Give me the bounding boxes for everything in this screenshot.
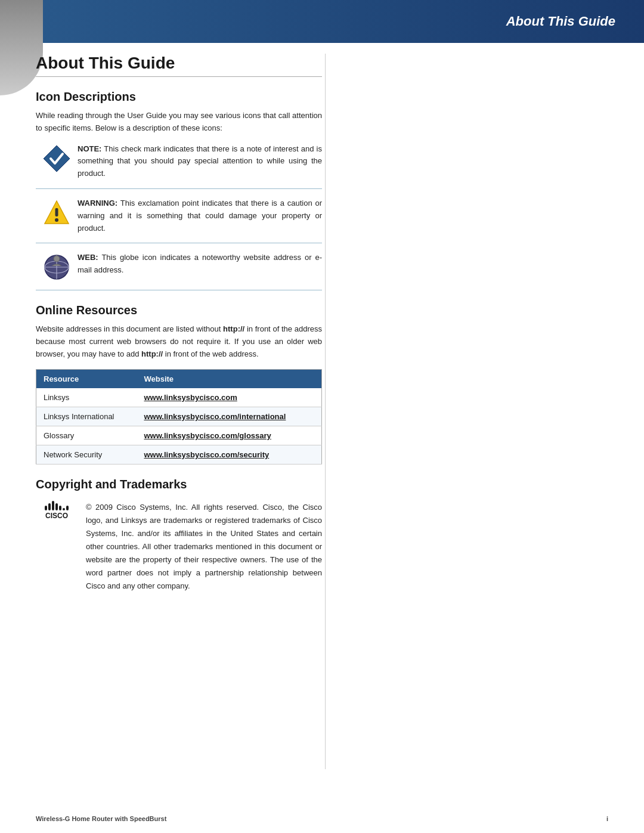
main-content: About This Guide Icon Descriptions While…: [36, 54, 322, 593]
table-row: Network Security www.linksysbycisco.com/…: [36, 445, 322, 464]
table-header-website: Website: [137, 369, 321, 388]
cisco-bar-6: [63, 508, 65, 510]
cisco-bar-2: [48, 503, 51, 510]
note-label: NOTE:: [78, 144, 101, 153]
svg-point-8: [54, 256, 60, 262]
section-heading-icon-descriptions: Icon Descriptions: [36, 90, 322, 104]
web-icon: [42, 253, 71, 281]
cisco-bars: [45, 503, 69, 510]
svg-point-3: [55, 218, 58, 222]
cisco-logo: CISCO: [36, 501, 78, 520]
table-cell-resource: Glossary: [36, 426, 137, 445]
table-cell-resource: Linksys International: [36, 407, 137, 426]
table-cell-website: www.linksysbycisco.com/glossary: [137, 426, 321, 445]
web-icon-cell: [36, 252, 78, 281]
note-text: This check mark indicates that there is …: [78, 144, 322, 178]
icon-row-web: WEB: This globe icon indicates a notewor…: [36, 252, 322, 290]
note-description: NOTE: This check mark indicates that the…: [78, 143, 322, 180]
web-text: This globe icon indicates a noteworthy w…: [78, 253, 322, 274]
table-cell-resource: Linksys: [36, 388, 137, 407]
svg-rect-2: [55, 208, 58, 216]
resource-table: Resource Website Linksys www.linksysbyci…: [36, 369, 322, 465]
table-row: Glossary www.linksysbycisco.com/glossary: [36, 426, 322, 445]
online-resources-intro: Website addresses in this document are l…: [36, 323, 322, 360]
footer-left: Wireless-G Home Router with SpeedBurst: [36, 815, 166, 822]
footer-right: i: [606, 815, 608, 822]
header-bar: About This Guide: [0, 0, 644, 43]
table-cell-resource: Network Security: [36, 445, 137, 464]
warning-label: WARNING:: [78, 199, 117, 208]
http-bold-1: http://: [223, 324, 244, 333]
website-link: www.linksysbycisco.com/international: [144, 412, 286, 421]
note-icon-cell: [36, 143, 78, 173]
table-header-row: Resource Website: [36, 369, 322, 388]
website-link: www.linksysbycisco.com/security: [144, 450, 269, 459]
cisco-bar-3: [52, 501, 54, 510]
table-cell-website: www.linksysbycisco.com/security: [137, 445, 321, 464]
cisco-bar-1: [45, 506, 47, 510]
icon-row-note: NOTE: This check mark indicates that the…: [36, 143, 322, 189]
cisco-bar-5: [59, 506, 61, 510]
section-heading-online-resources: Online Resources: [36, 304, 322, 317]
table-cell-website: www.linksysbycisco.com/international: [137, 407, 321, 426]
table-row: Linksys International www.linksysbycisco…: [36, 407, 322, 426]
note-icon: [42, 144, 71, 173]
cisco-label: CISCO: [45, 512, 68, 520]
web-description: WEB: This globe icon indicates a notewor…: [78, 252, 322, 277]
copyright-row: CISCO © 2009 Cisco Systems, Inc. All rig…: [36, 501, 322, 593]
header-title: About This Guide: [506, 14, 615, 29]
warning-icon: [42, 199, 71, 227]
svg-marker-0: [44, 145, 70, 172]
copyright-text: © 2009 Cisco Systems, Inc. All rights re…: [86, 501, 322, 593]
section-heading-copyright: Copyright and Trademarks: [36, 478, 322, 491]
warning-description: WARNING: This exclamation point indicate…: [78, 197, 322, 234]
website-link: www.linksysbycisco.com: [144, 393, 237, 402]
web-label: WEB:: [78, 253, 98, 262]
warning-icon-cell: [36, 197, 78, 227]
cisco-bar-4: [55, 503, 58, 510]
icon-descriptions-intro: While reading through the User Guide you…: [36, 110, 322, 135]
page-title: About This Guide: [36, 54, 322, 77]
cisco-bar-7: [66, 506, 69, 510]
table-cell-website: www.linksysbycisco.com: [137, 388, 321, 407]
table-header-resource: Resource: [36, 369, 137, 388]
website-link: www.linksysbycisco.com/glossary: [144, 431, 271, 440]
icon-row-warning: WARNING: This exclamation point indicate…: [36, 197, 322, 243]
table-row: Linksys www.linksysbycisco.com: [36, 388, 322, 407]
http-bold-2: http://: [141, 349, 163, 358]
content-divider: [325, 54, 326, 769]
footer: Wireless-G Home Router with SpeedBurst i: [36, 815, 608, 822]
